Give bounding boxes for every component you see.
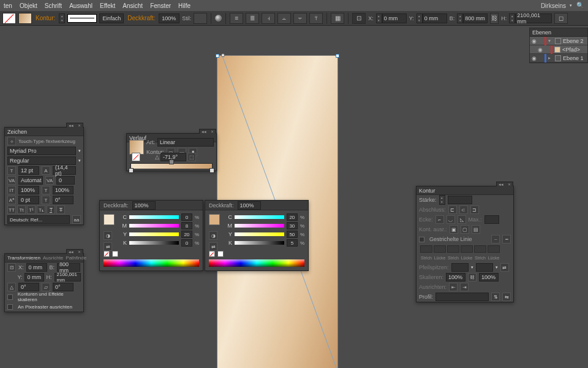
menu-item[interactable]: Hilfe [178,2,190,9]
swap-icon[interactable]: ⇄ [104,242,112,251]
eyedropper-icon[interactable]: ◑ [104,231,112,240]
layer-name[interactable]: Ebene 1 [563,55,584,61]
visibility-icon[interactable]: ◉ [537,47,543,53]
align-icon[interactable]: ≡ [230,13,243,24]
align-icon[interactable]: ⫟ [293,13,307,24]
opacity-value[interactable]: 100% [159,13,179,23]
panel-tab[interactable]: Ausrichte [43,255,63,261]
m-slider[interactable] [235,224,284,228]
visibility-icon[interactable]: ◉ [531,38,537,44]
vscale-field[interactable]: 100% [18,186,39,194]
k-slider[interactable] [235,241,284,245]
stop-opacity-field[interactable]: 100% [238,201,261,210]
smallcaps-icon[interactable]: Tt [17,205,26,214]
hscale-field[interactable]: 100% [53,186,74,194]
underline-icon[interactable]: T̲ [47,205,55,214]
layers-tab[interactable]: Ebenen [530,28,587,37]
join-round-icon[interactable]: ◡ [447,215,455,224]
panel-tab[interactable]: Pathfinde [66,255,86,261]
x-field[interactable]: 0 mm [26,263,47,272]
link-icon[interactable]: ⛓ [468,273,477,282]
b-field[interactable]: 800 mm [57,263,80,272]
panel-tab[interactable]: Zeichen [7,129,27,135]
align-icon[interactable]: ≣ [246,13,259,24]
weight-stepper[interactable]: ▴▾ [439,195,445,205]
no-stroke-swatch[interactable] [132,153,140,161]
baseline-field[interactable]: 0 pt [18,196,39,204]
gradient-midpoint[interactable] [169,159,174,164]
swap-icon[interactable]: ⇄ [209,242,217,251]
m-slider[interactable] [129,224,179,228]
angle-field[interactable]: 0° [18,283,39,291]
language-field[interactable]: Deutsch: Ref... [7,215,70,224]
layer-name[interactable]: Ebene 2 [563,38,584,44]
scale2-field[interactable]: 100% [479,273,499,282]
cap-butt-icon[interactable]: ⊏ [448,205,457,214]
stop-swatch[interactable] [104,214,115,225]
arrow-start-field[interactable] [451,263,469,272]
superscript-icon[interactable]: T¹ [27,205,36,214]
link-wh-icon[interactable]: ⛓ [490,13,499,24]
white-swatch[interactable] [217,251,224,257]
eyedropper-icon[interactable]: ◑ [209,231,217,240]
menu-item[interactable]: Schrift [45,2,62,9]
c-value[interactable]: 0 [181,213,192,221]
close-icon[interactable]: × [78,123,80,128]
stop-opacity-field[interactable]: 100% [132,201,156,210]
transform-icon[interactable]: ▦ [331,13,344,24]
workspace-switcher[interactable]: Dirkseins [541,2,566,9]
scale1-field[interactable]: 100% [446,273,466,282]
cap-round-icon[interactable]: ⊂ [459,205,468,214]
aspect-icon[interactable]: ⬚ [187,153,196,161]
caps-icon[interactable]: TT [7,205,16,214]
stroke-preview[interactable] [67,14,97,23]
touch-type-icon[interactable]: ⟐ [7,137,16,145]
graphic-style[interactable] [194,13,207,24]
h-field[interactable]: 2100,001 mm [515,13,552,23]
font-style-field[interactable]: Regular [7,156,76,165]
reference-point[interactable]: ⊡ [352,13,366,24]
strikethrough-icon[interactable]: T̶ [56,205,65,214]
layer-row[interactable]: ◉ ▾ Ebene 2 [530,37,587,45]
font-family-field[interactable]: Myriad Pro [7,147,76,155]
flip-h-icon[interactable]: ⇆ [502,293,511,301]
join-miter-icon[interactable]: ⌐ [435,215,444,224]
h-field[interactable]: 2100,001 mm [55,273,81,282]
kerning-field[interactable]: Automat [18,176,43,185]
handle-tl[interactable] [216,54,219,58]
k-value[interactable]: 5 [287,239,298,247]
c-slider[interactable] [129,215,179,219]
menu-item[interactable]: ten [4,2,12,9]
profile-field[interactable] [435,293,489,301]
gradient-type-select[interactable]: Linear [157,138,214,147]
menu-item[interactable]: Auswahl [69,2,92,9]
menu-item[interactable]: Objekt [20,2,37,9]
y-field[interactable]: 0 mm [423,13,447,23]
panel-tab[interactable]: Kontur [419,188,435,194]
stop-swatch[interactable] [209,214,220,225]
y-value[interactable]: 50 [287,231,298,238]
h-stepper[interactable]: ▴▾ [509,13,515,23]
collapse-icon[interactable]: ◂◂ [69,123,74,128]
close-icon[interactable]: × [78,250,80,254]
none-swatch[interactable] [209,251,215,257]
antialias-icon[interactable]: aa [72,215,81,224]
handle-tr[interactable] [336,54,339,58]
dashed-checkbox[interactable] [419,237,424,242]
tracking-field[interactable]: 0 [56,176,75,185]
y-slider[interactable] [129,232,179,236]
y-slider[interactable] [235,232,284,236]
dash-field[interactable] [474,245,486,253]
collapse-icon[interactable]: ◂◂ [202,129,206,134]
weight-field[interactable] [448,196,472,204]
menu-item[interactable]: Effekt [100,2,115,9]
y-stepper[interactable]: ▴▾ [417,13,423,23]
y-value[interactable]: 20 [181,231,192,238]
w-field[interactable]: 800 mm [463,13,488,23]
spectrum-bar[interactable] [104,259,199,267]
dash-align-icon[interactable]: ┅ [502,235,511,243]
gap-field[interactable] [488,245,500,253]
rotate-field[interactable]: 0° [53,196,74,204]
spectrum-bar[interactable] [209,259,304,267]
layer-row[interactable]: ◉ <Pfad> [530,45,587,54]
